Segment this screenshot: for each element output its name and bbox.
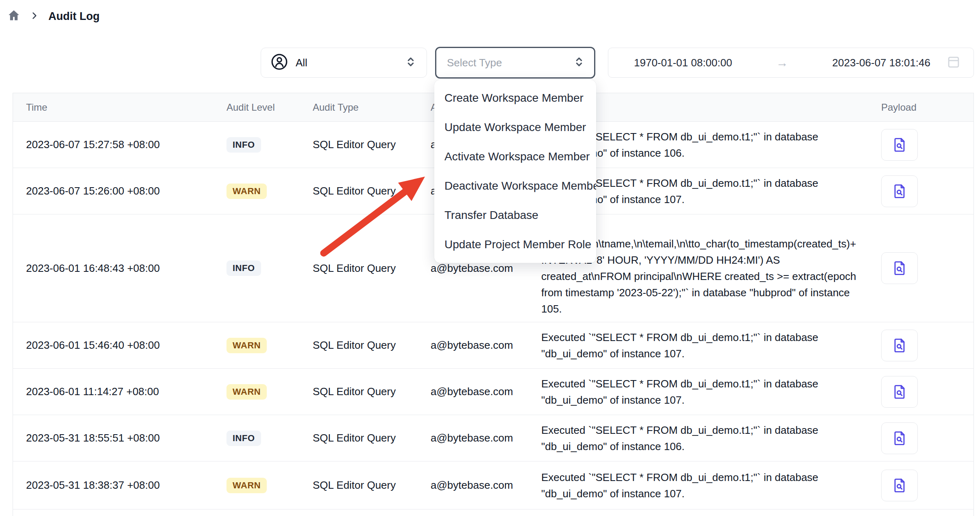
file-search-icon <box>891 429 908 447</box>
payload-view-button[interactable] <box>881 175 918 207</box>
cell-audit-type: SQL Editor Query <box>313 432 431 444</box>
breadcrumb: Audit Log <box>7 9 100 24</box>
date-range-picker[interactable]: 1970-01-01 08:00:00 → 2023-06-07 18:01:4… <box>608 48 974 78</box>
cell-time: 2023-06-07 15:27:58 +08:00 <box>26 138 226 151</box>
cell-time: 2023-06-01 15:46:40 +08:00 <box>26 339 226 352</box>
cell-time: 2023-05-31 18:55:51 +08:00 <box>26 432 226 444</box>
type-filter-select[interactable]: Select Type <box>435 47 595 79</box>
type-filter-dropdown: Create Workspace Member Update Workspace… <box>434 80 596 263</box>
menu-item-update-workspace-member[interactable]: Update Workspace Member <box>434 113 596 142</box>
audit-level-badge: INFO <box>226 260 261 276</box>
type-filter-placeholder: Select Type <box>447 57 572 69</box>
table-row: 2023-05-31 18:38:37 +08:00 WARN SQL Edit… <box>13 461 973 509</box>
file-search-icon <box>891 136 908 154</box>
cell-actor: a@bytebase.com <box>431 339 541 352</box>
cell-audit-type: SQL Editor Query <box>313 479 431 492</box>
table-row-partial <box>13 509 973 516</box>
audit-level-badge: INFO <box>226 137 261 153</box>
cell-actor: a@bytebase.com <box>431 479 541 492</box>
cell-audit-type: SQL Editor Query <box>313 339 431 352</box>
file-search-icon <box>891 383 908 401</box>
person-circle-icon <box>270 52 289 73</box>
payload-view-button[interactable] <box>881 376 918 408</box>
chevron-up-down-icon <box>404 55 418 70</box>
chevron-right-icon <box>29 11 39 22</box>
column-header-type: Audit Type <box>313 102 431 113</box>
cell-time: 2023-06-01 11:14:27 +08:00 <box>26 385 226 398</box>
file-search-icon <box>891 337 908 354</box>
arrow-right-icon: → <box>732 56 832 70</box>
payload-view-button[interactable] <box>881 252 918 284</box>
file-search-icon <box>891 182 908 200</box>
table-row: 2023-05-31 18:55:51 +08:00 INFO SQL Edit… <box>13 415 973 461</box>
cell-comment: Executed `"SELECT * FROM db_ui_demo.t1;"… <box>541 464 858 507</box>
cell-actor: a@bytebase.com <box>431 432 541 444</box>
cell-comment: Executed `"SELECT * FROM db_ui_demo.t1;"… <box>541 371 858 413</box>
audit-level-badge: WARN <box>226 184 267 199</box>
actor-filter-value: All <box>296 57 397 69</box>
file-search-icon <box>891 477 908 494</box>
calendar-icon[interactable] <box>946 54 961 71</box>
audit-level-badge: WARN <box>226 478 267 493</box>
payload-view-button[interactable] <box>881 422 918 454</box>
table-row: 2023-06-01 11:14:27 +08:00 WARN SQL Edit… <box>13 369 973 415</box>
payload-view-button[interactable] <box>881 129 918 161</box>
cell-comment: Executed `"SELECT * FROM db_ui_demo.t1;"… <box>541 324 858 367</box>
date-range-start[interactable]: 1970-01-01 08:00:00 <box>634 57 732 69</box>
page-title: Audit Log <box>48 10 100 23</box>
payload-view-button[interactable] <box>881 330 918 361</box>
cell-audit-type: SQL Editor Query <box>313 185 431 197</box>
home-icon[interactable] <box>7 9 20 24</box>
column-header-payload: Payload <box>867 102 973 113</box>
column-header-time: Time <box>26 102 226 113</box>
cell-audit-type: SQL Editor Query <box>313 385 431 398</box>
date-range-end[interactable]: 2023-06-07 18:01:46 <box>832 57 930 69</box>
audit-level-badge: WARN <box>226 384 267 400</box>
menu-item-create-workspace-member[interactable]: Create Workspace Member <box>434 83 596 113</box>
chevron-up-down-icon <box>572 55 586 70</box>
column-header-level: Audit Level <box>226 102 313 113</box>
cell-audit-type: SQL Editor Query <box>313 138 431 151</box>
actor-filter-select[interactable]: All <box>261 48 427 78</box>
cell-actor: a@bytebase.com <box>431 385 541 398</box>
cell-time: 2023-06-07 15:26:00 +08:00 <box>26 185 226 197</box>
cell-time: 2023-06-01 16:48:43 +08:00 <box>26 262 226 275</box>
cell-actor: a@bytebase.com <box>431 262 541 275</box>
audit-level-badge: INFO <box>226 431 261 446</box>
table-row: 2023-06-01 15:46:40 +08:00 WARN SQL Edit… <box>13 322 973 369</box>
payload-view-button[interactable] <box>881 470 918 501</box>
cell-time: 2023-05-31 18:38:37 +08:00 <box>26 479 226 492</box>
cell-audit-type: SQL Editor Query <box>313 262 431 275</box>
menu-item-deactivate-workspace-member[interactable]: Deactivate Workspace Member <box>434 171 596 201</box>
cell-comment: Executed `"SELECT * FROM db_ui_demo.t1;"… <box>541 417 858 459</box>
menu-item-activate-workspace-member[interactable]: Activate Workspace Member <box>434 142 596 171</box>
audit-level-badge: WARN <box>226 338 267 353</box>
menu-item-update-project-member-role[interactable]: Update Project Member Role <box>434 230 596 259</box>
menu-item-transfer-database[interactable]: Transfer Database <box>434 201 596 230</box>
file-search-icon <box>891 259 908 277</box>
